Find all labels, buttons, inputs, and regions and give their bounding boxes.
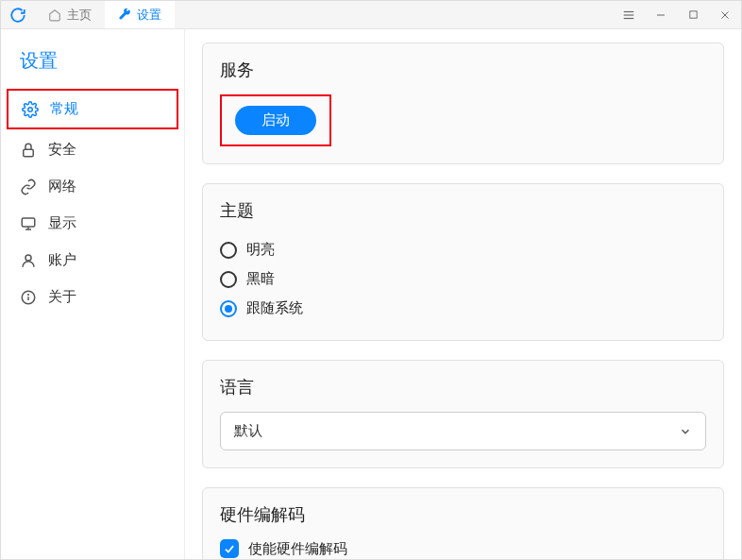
window-controls <box>613 1 741 28</box>
sidebar-item-account[interactable]: 账户 <box>1 242 184 279</box>
checkbox-label: 使能硬件编解码 <box>248 540 347 558</box>
svg-point-12 <box>25 255 31 261</box>
minimize-icon <box>655 9 666 21</box>
radio-icon <box>220 242 237 259</box>
radio-label: 跟随系统 <box>246 299 303 317</box>
close-icon <box>719 9 731 21</box>
tab-settings-label: 设置 <box>137 7 161 24</box>
home-icon <box>48 8 61 22</box>
section-hwcodec: 硬件编解码 使能硬件编解码 <box>202 487 724 559</box>
window-maximize-button[interactable] <box>677 1 709 29</box>
section-title-language: 语言 <box>220 376 706 399</box>
svg-rect-4 <box>689 11 696 18</box>
radio-theme-dark[interactable]: 黑暗 <box>220 264 706 294</box>
sidebar-item-label: 网络 <box>48 178 76 195</box>
sidebar-item-label: 常规 <box>50 100 78 118</box>
refresh-logo-icon <box>9 7 26 24</box>
check-icon <box>223 542 236 555</box>
svg-point-15 <box>28 294 29 295</box>
sidebar-item-network[interactable]: 网络 <box>1 168 184 205</box>
svg-point-7 <box>28 107 33 111</box>
svg-rect-9 <box>22 218 35 227</box>
lock-icon <box>20 142 37 159</box>
sidebar-item-label: 显示 <box>48 214 76 232</box>
hamburger-icon <box>622 8 635 22</box>
section-title-service: 服务 <box>220 59 706 81</box>
language-select-value: 默认 <box>234 422 262 440</box>
monitor-icon <box>20 215 37 232</box>
sidebar-item-security[interactable]: 安全 <box>1 131 184 168</box>
info-icon <box>20 289 37 306</box>
checkbox-hwcodec[interactable]: 使能硬件编解码 <box>220 539 706 558</box>
sidebar-item-general[interactable]: 常规 <box>8 91 177 127</box>
title-bar: 主页 设置 <box>1 1 741 29</box>
sidebar-item-about[interactable]: 关于 <box>1 279 184 315</box>
sidebar: 设置 常规 安全 网络 显示 账户 关于 <box>1 29 185 559</box>
tab-settings[interactable]: 设置 <box>105 1 175 28</box>
radio-icon <box>220 271 237 288</box>
hamburger-menu-button[interactable] <box>613 1 645 29</box>
radio-label: 明亮 <box>246 241 275 259</box>
maximize-icon <box>688 9 699 20</box>
section-language: 语言 默认 <box>202 360 724 468</box>
tab-home[interactable]: 主页 <box>35 1 105 28</box>
section-service: 服务 启动 <box>202 42 724 164</box>
sidebar-title: 设置 <box>1 42 184 89</box>
radio-icon-selected <box>220 300 237 317</box>
section-theme: 主题 明亮 黑暗 跟随系统 <box>202 183 724 341</box>
checkbox-checked-icon <box>220 539 239 558</box>
chevron-down-icon <box>679 425 692 438</box>
section-title-hwcodec: 硬件编解码 <box>220 503 706 526</box>
svg-rect-8 <box>24 149 34 157</box>
tab-home-label: 主页 <box>67 7 92 24</box>
sidebar-item-label: 账户 <box>48 251 76 269</box>
highlight-sidebar-general: 常规 <box>7 89 178 129</box>
app-logo <box>1 1 35 28</box>
main-content: 服务 启动 主题 明亮 黑暗 跟随系统 语言 默认 <box>185 29 741 559</box>
window-minimize-button[interactable] <box>645 1 677 29</box>
wrench-icon <box>118 8 131 22</box>
radio-theme-light[interactable]: 明亮 <box>220 235 706 264</box>
sidebar-item-label: 关于 <box>48 288 76 306</box>
window-close-button[interactable] <box>709 1 741 29</box>
link-icon <box>20 178 37 195</box>
gear-icon <box>22 101 39 118</box>
radio-label: 黑暗 <box>246 270 275 288</box>
user-icon <box>20 252 37 269</box>
section-title-theme: 主题 <box>220 199 706 222</box>
language-select[interactable]: 默认 <box>220 412 706 450</box>
highlight-start-button: 启动 <box>220 94 331 146</box>
sidebar-item-label: 安全 <box>48 141 76 159</box>
radio-theme-follow[interactable]: 跟随系统 <box>220 294 706 323</box>
sidebar-item-display[interactable]: 显示 <box>1 205 184 242</box>
start-button[interactable]: 启动 <box>235 106 316 135</box>
